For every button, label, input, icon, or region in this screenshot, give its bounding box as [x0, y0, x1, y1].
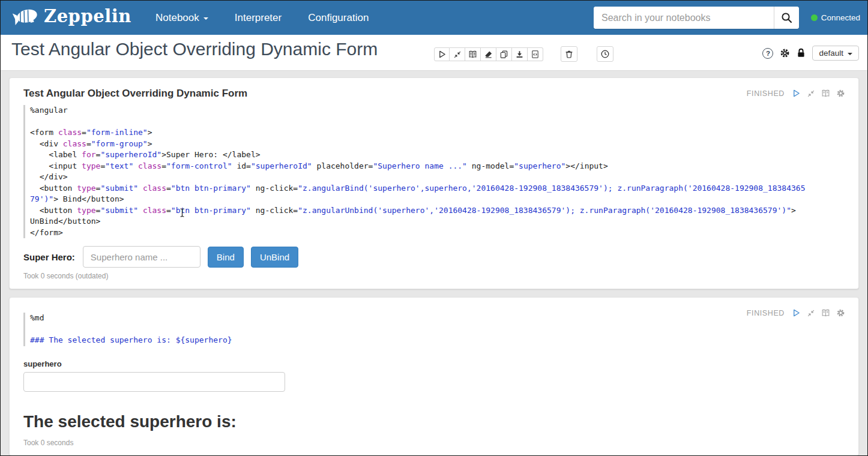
paragraph-markdown: FINISHED %md ### The selected superhero … — [9, 297, 859, 456]
chevron-down-icon — [203, 17, 208, 20]
search-icon — [781, 12, 792, 23]
superhero-input[interactable] — [83, 246, 200, 268]
search-button[interactable] — [774, 7, 799, 29]
code-view-button[interactable] — [528, 47, 543, 61]
zeppelin-logo[interactable]: Zeppelin — [13, 4, 131, 28]
show-hide-code-button[interactable] — [465, 47, 481, 61]
search-input[interactable] — [594, 7, 774, 29]
main-menu: Notebook Interpreter Configuration — [155, 1, 369, 35]
code-file-icon — [531, 50, 540, 59]
clock-icon — [600, 49, 610, 59]
scheduler-button[interactable] — [597, 46, 613, 62]
execution-time: Took 0 seconds — [23, 439, 845, 447]
paragraph-settings-icon[interactable] — [836, 308, 845, 317]
run-all-button[interactable] — [434, 47, 450, 61]
help-icon[interactable]: ? — [762, 48, 773, 59]
paragraph-title: Test Angular Object Overriding Dynamic F… — [23, 88, 845, 100]
lock-icon[interactable] — [797, 48, 806, 58]
status-badge: FINISHED — [747, 89, 785, 98]
note-settings-icon[interactable] — [780, 48, 790, 58]
brand-name: Zeppelin — [44, 6, 131, 26]
bind-button[interactable]: Bind — [208, 247, 244, 268]
book-icon — [468, 50, 477, 59]
paragraph-controls: FINISHED — [747, 89, 845, 98]
collapse-paragraphs-button[interactable] — [450, 47, 465, 61]
execution-time: Took 0 seconds (outdated) — [23, 272, 845, 280]
run-paragraph-icon[interactable] — [792, 89, 801, 98]
zeppelin-blimp-icon — [13, 4, 40, 28]
paragraph-settings-icon[interactable] — [836, 89, 845, 98]
dynamic-form-output: Super Hero: Bind UnBind — [23, 246, 845, 268]
unbind-button[interactable]: UnBind — [251, 247, 298, 268]
md-output-heading: The selected superhero is: — [23, 412, 845, 431]
top-navbar: Zeppelin Notebook Interpreter Configurat… — [1, 1, 867, 35]
code-editor-md[interactable]: %md ### The selected superhero is: ${sup… — [23, 313, 845, 346]
delete-note-button[interactable] — [561, 46, 577, 62]
note-header-right: ? default — [762, 46, 859, 61]
download-icon — [515, 50, 524, 59]
paragraph-controls: FINISHED — [747, 308, 845, 317]
eraser-icon — [484, 50, 493, 59]
play-icon — [438, 50, 447, 59]
export-note-button[interactable] — [512, 47, 528, 61]
clone-note-button[interactable] — [496, 47, 512, 61]
connection-status: Connected — [811, 1, 860, 35]
collapse-icon — [453, 50, 462, 59]
show-editor-icon[interactable] — [821, 308, 830, 317]
superhero-value-input[interactable] — [23, 372, 285, 392]
status-badge: FINISHED — [747, 309, 785, 317]
menu-notebook[interactable]: Notebook — [155, 12, 208, 24]
collapse-paragraph-icon[interactable] — [807, 309, 815, 317]
clear-output-button[interactable] — [481, 47, 496, 61]
menu-configuration[interactable]: Configuration — [308, 12, 369, 24]
collapse-paragraph-icon[interactable] — [807, 89, 815, 98]
superhero-label: Super Hero: — [23, 252, 75, 262]
notebook-search — [594, 7, 799, 29]
note-title[interactable]: Test Angular Object Overriding Dynamic F… — [11, 39, 378, 59]
show-editor-icon[interactable] — [821, 89, 830, 98]
connected-dot-icon — [811, 14, 818, 21]
code-editor-angular[interactable]: %angular <form class="form-inline"> <div… — [23, 105, 845, 238]
superhero-field-label: superhero — [23, 359, 845, 368]
note-toolbar — [434, 47, 543, 61]
note-header: Test Angular Object Overriding Dynamic F… — [1, 35, 867, 71]
paragraph-angular: Test Angular Object Overriding Dynamic F… — [9, 77, 859, 289]
chevron-down-icon — [848, 53, 852, 55]
menu-interpreter[interactable]: Interpreter — [235, 12, 282, 24]
clone-icon — [499, 50, 508, 59]
interpreter-dropdown[interactable]: default — [812, 46, 859, 61]
note-body: Test Angular Object Overriding Dynamic F… — [1, 71, 867, 456]
run-paragraph-icon[interactable] — [792, 308, 801, 317]
connected-label: Connected — [821, 13, 860, 22]
zeppelin-window: Zeppelin Notebook Interpreter Configurat… — [0, 0, 868, 456]
trash-icon — [564, 49, 574, 59]
